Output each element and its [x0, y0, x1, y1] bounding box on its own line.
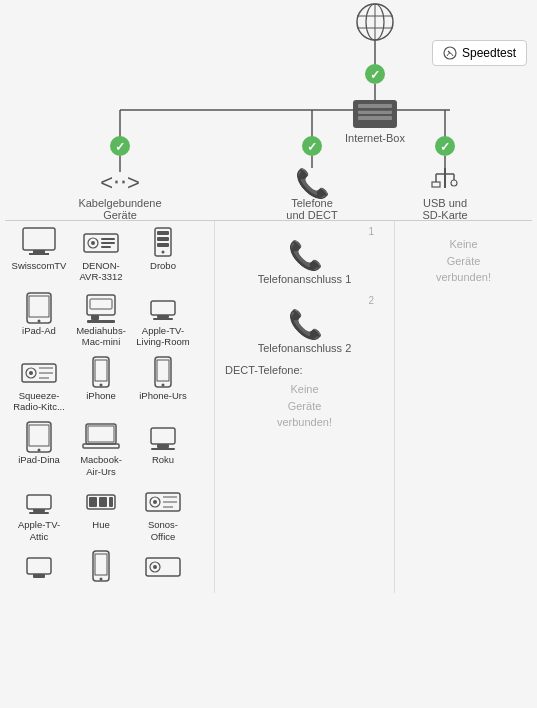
svg-rect-83: [88, 426, 114, 442]
tel2-number: 2: [368, 295, 374, 306]
svg-rect-49: [101, 238, 115, 240]
svg-rect-58: [29, 296, 49, 317]
tel2-phone-icon: 📞: [287, 306, 323, 342]
tel2-entry: 2 📞 Telefonanschluss 2: [225, 295, 384, 354]
device-label-mediahubs: Mediahubs-Mac-mini: [76, 325, 126, 348]
svg-rect-44: [33, 250, 45, 253]
svg-text:USB und: USB und: [423, 197, 467, 209]
svg-rect-53: [157, 231, 169, 235]
svg-rect-38: [432, 182, 440, 187]
svg-point-97: [153, 500, 157, 504]
device-sonos-office[interactable]: Sonos-Office: [134, 485, 192, 542]
network-diagram: ✓ Internet-Box ✓ <‧‧> Kabelgebundene Ger…: [0, 0, 537, 220]
device-macbook[interactable]: Macbook-Air-Urs: [72, 420, 130, 477]
usb-no-devices: KeineGeräteverbunden!: [400, 226, 527, 286]
svg-point-40: [451, 180, 457, 186]
device-label-macbook: Macbook-Air-Urs: [80, 454, 122, 477]
svg-point-59: [38, 319, 41, 322]
svg-text:✓: ✓: [115, 140, 125, 154]
svg-rect-80: [29, 425, 49, 446]
device-appletv-attic[interactable]: Apple-TV-Attic: [10, 485, 68, 542]
tel2-label: Telefonanschluss 2: [258, 342, 352, 354]
svg-rect-84: [83, 444, 119, 448]
device-ipad-dina[interactable]: iPad-Dina: [10, 420, 68, 477]
svg-rect-51: [101, 246, 111, 248]
wired-devices-column: SwisscomTV DENON-AVR-3312: [5, 221, 215, 593]
svg-text:und DECT: und DECT: [286, 209, 338, 220]
svg-text:✓: ✓: [307, 140, 317, 154]
phone-column: 1 📞 Telefonanschluss 1 2 📞 Telefonanschl…: [215, 221, 395, 593]
device-label-roku: Roku: [152, 454, 174, 465]
svg-rect-94: [109, 497, 113, 507]
svg-rect-54: [157, 237, 169, 241]
dect-header: DECT-Telefone:: [225, 364, 384, 376]
svg-point-75: [100, 383, 103, 386]
tel1-entry: 1 📞 Telefonanschluss 1: [225, 226, 384, 285]
svg-rect-43: [23, 228, 55, 250]
svg-point-105: [100, 577, 103, 580]
svg-rect-106: [146, 558, 180, 576]
svg-rect-55: [157, 243, 169, 247]
svg-rect-12: [358, 104, 392, 108]
svg-point-81: [38, 449, 41, 452]
device-label-hue: Hue: [92, 519, 109, 530]
svg-text:Internet-Box: Internet-Box: [345, 132, 405, 144]
device-label-swisscomtv: SwisscomTV: [12, 260, 67, 271]
svg-point-56: [162, 251, 165, 254]
device-swisscomtv[interactable]: SwisscomTV: [10, 226, 68, 283]
svg-rect-64: [151, 301, 175, 315]
svg-rect-79: [27, 422, 51, 452]
device-label-iphone-urs: iPhone-Urs: [139, 390, 187, 401]
svg-rect-74: [95, 360, 107, 381]
svg-rect-45: [29, 253, 49, 255]
device-label-ipad-dina: iPad-Dina: [18, 454, 60, 465]
device-label-appletv-attic: Apple-TV-Attic: [18, 519, 60, 542]
device-denon[interactable]: DENON-AVR-3312: [72, 226, 130, 283]
svg-text:Kabelgebundene: Kabelgebundene: [78, 197, 161, 209]
device-label-iphone: iPhone: [86, 390, 116, 401]
device-drobo[interactable]: Drobo: [134, 226, 192, 283]
globe-icon: [357, 4, 393, 40]
svg-rect-89: [33, 509, 45, 512]
device-mediahubs[interactable]: Mediahubs-Mac-mini: [72, 291, 130, 348]
svg-text:📞: 📞: [287, 308, 322, 341]
device-squeeze-radio[interactable]: Squeeze-Radio-Kitc...: [10, 356, 68, 413]
svg-rect-62: [87, 320, 115, 323]
svg-rect-85: [151, 428, 175, 444]
svg-rect-65: [157, 315, 169, 318]
device-bottom3[interactable]: [134, 550, 192, 584]
svg-text:✓: ✓: [370, 68, 380, 82]
svg-rect-101: [27, 558, 51, 574]
svg-rect-50: [101, 242, 115, 244]
svg-rect-14: [358, 116, 392, 120]
svg-point-78: [162, 383, 165, 386]
svg-rect-63: [90, 299, 112, 309]
svg-point-108: [153, 565, 157, 569]
device-label-appletv-living: Apple-TV-Living-Room: [136, 325, 189, 348]
svg-text:✓: ✓: [440, 140, 450, 154]
svg-text:📞: 📞: [295, 167, 330, 200]
device-label-drobo: Drobo: [150, 260, 176, 271]
svg-point-48: [91, 241, 95, 245]
device-roku[interactable]: Roku: [134, 420, 192, 477]
svg-rect-88: [27, 495, 51, 509]
device-bottom2[interactable]: [72, 550, 130, 584]
device-bottom1[interactable]: [10, 550, 68, 584]
svg-rect-86: [157, 444, 169, 448]
device-label-ipad-ad: iPad-Ad: [22, 325, 56, 336]
svg-rect-93: [99, 497, 107, 507]
tel1-phone-icon: 📞: [287, 237, 323, 273]
svg-rect-87: [151, 448, 175, 450]
tel1-number: 1: [368, 226, 374, 237]
svg-rect-66: [153, 318, 173, 320]
svg-rect-82: [86, 424, 116, 444]
device-hue[interactable]: Hue: [72, 485, 130, 542]
svg-rect-77: [157, 360, 169, 381]
device-label-squeeze-radio: Squeeze-Radio-Kitc...: [13, 390, 65, 413]
device-appletv-living[interactable]: Apple-TV-Living-Room: [134, 291, 192, 348]
device-ipad-ad[interactable]: iPad-Ad: [10, 291, 68, 348]
svg-rect-102: [33, 574, 45, 578]
device-iphone-urs[interactable]: iPhone-Urs: [134, 356, 192, 413]
device-iphone[interactable]: iPhone: [72, 356, 130, 413]
dect-no-devices: KeineGeräteverbunden!: [225, 381, 384, 431]
